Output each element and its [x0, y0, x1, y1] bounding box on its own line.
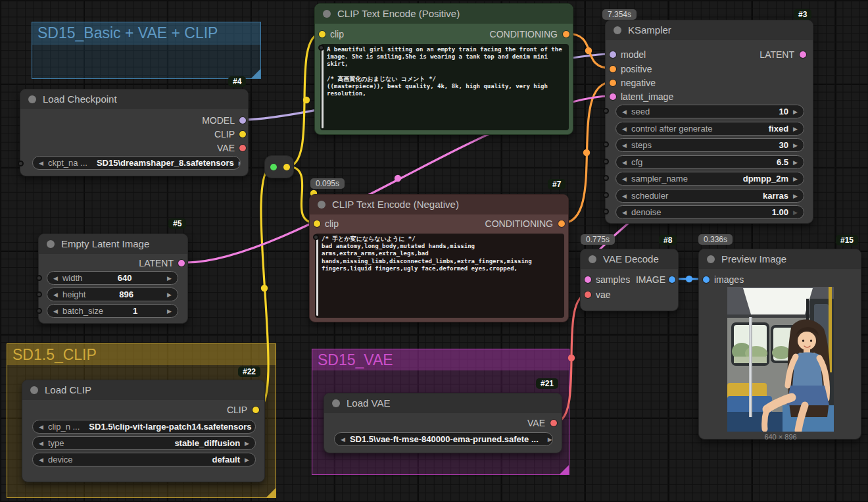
- increment-arrow-icon[interactable]: ▶: [245, 440, 249, 447]
- output-port-conditioning[interactable]: CONDITIONING: [310, 217, 568, 230]
- node-header[interactable]: Load Checkpoint: [20, 89, 248, 109]
- increment-arrow-icon[interactable]: ▶: [548, 436, 552, 443]
- batch-size-widget[interactable]: ◀ batch_size 1 ▶: [47, 304, 178, 318]
- collapse-dot-icon[interactable]: [323, 10, 331, 18]
- node-header[interactable]: CLIP Text Encode (Positive): [315, 4, 573, 24]
- node-load-checkpoint[interactable]: Load Checkpoint MODEL CLIP VAE ◀ ckpt_na…: [20, 89, 249, 176]
- node-ksampler[interactable]: KSampler model positive negative latent_…: [605, 20, 813, 224]
- denoise-widget[interactable]: ◀ denoise 1.00 ▶: [615, 205, 804, 219]
- decrement-arrow-icon[interactable]: ◀: [39, 424, 43, 430]
- output-port-latent[interactable]: LATENT: [39, 257, 187, 270]
- port-dot[interactable]: [563, 31, 569, 38]
- output-port-model[interactable]: MODEL: [20, 114, 248, 127]
- preview-thumbnail[interactable]: [727, 287, 834, 432]
- port-dot[interactable]: [610, 66, 616, 72]
- decrement-arrow-icon[interactable]: ◀: [622, 176, 627, 182]
- widget-input-socket[interactable]: [603, 175, 609, 181]
- collapse-dot-icon[interactable]: [614, 26, 621, 34]
- decrement-arrow-icon[interactable]: ◀: [622, 209, 627, 216]
- node-preview-image[interactable]: Preview Image images: [698, 249, 861, 439]
- port-dot[interactable]: [239, 145, 246, 151]
- input-port-positive[interactable]: positive: [606, 63, 813, 76]
- sampler-name-widget[interactable]: ◀ sampler_name dpmpp_2m ▶: [615, 172, 804, 186]
- increment-arrow-icon[interactable]: ▶: [239, 160, 241, 166]
- increment-arrow-icon[interactable]: ▶: [793, 159, 798, 166]
- input-port-images[interactable]: images: [699, 273, 861, 286]
- output-port-clip[interactable]: CLIP: [20, 128, 248, 141]
- vae-name-widget[interactable]: ◀ SD1.5\vae-ft-mse-840000-ema-pruned.saf…: [334, 432, 553, 446]
- widget-input-socket[interactable]: [318, 45, 324, 51]
- port-dot[interactable]: [610, 93, 616, 100]
- decrement-arrow-icon[interactable]: ◀: [622, 142, 627, 149]
- scheduler-widget[interactable]: ◀ scheduler karras ▶: [615, 189, 804, 203]
- collapse-dot-icon[interactable]: [318, 201, 326, 209]
- port-dot[interactable]: [610, 80, 616, 86]
- increment-arrow-icon[interactable]: ▶: [793, 176, 798, 182]
- widget-input-socket[interactable]: [36, 291, 42, 297]
- decrement-arrow-icon[interactable]: ◀: [341, 436, 345, 443]
- reroute-output-dot[interactable]: [283, 164, 290, 170]
- reroute-node[interactable]: [264, 155, 294, 178]
- port-dot[interactable]: [253, 407, 259, 413]
- decrement-arrow-icon[interactable]: ◀: [53, 308, 58, 314]
- node-header[interactable]: Preview Image: [699, 249, 861, 269]
- steps-widget[interactable]: ◀ steps 30 ▶: [615, 138, 804, 152]
- width-widget[interactable]: ◀ width 640 ▶: [47, 271, 178, 285]
- node-vae-decode[interactable]: VAE Decode samples vae IMAGE: [580, 249, 679, 311]
- widget-input-socket[interactable]: [603, 192, 609, 198]
- increment-arrow-icon[interactable]: ▶: [245, 457, 249, 463]
- increment-arrow-icon[interactable]: ▶: [167, 275, 172, 282]
- increment-arrow-icon[interactable]: ▶: [167, 308, 172, 314]
- port-dot[interactable]: [585, 291, 591, 298]
- ckpt-name-widget[interactable]: ◀ ckpt_na ... SD15\dreamshaper_8.safeten…: [32, 156, 241, 170]
- output-port-conditioning[interactable]: CONDITIONING: [315, 28, 573, 41]
- increment-arrow-icon[interactable]: ▶: [793, 126, 798, 132]
- increment-arrow-icon[interactable]: ▶: [793, 109, 798, 115]
- collapse-dot-icon[interactable]: [47, 240, 55, 248]
- clip-name-widget[interactable]: ◀ clip_n ... SD1.5\clip-vit-large-patch1…: [32, 420, 256, 434]
- node-empty-latent-image[interactable]: Empty Latent Image LATENT ◀ width 640 ▶ …: [38, 234, 188, 324]
- textarea-scrollbar[interactable]: [322, 46, 324, 128]
- collapse-dot-icon[interactable]: [30, 386, 38, 394]
- widget-input-socket[interactable]: [603, 209, 609, 214]
- output-port-image[interactable]: IMAGE: [581, 273, 678, 286]
- port-dot[interactable]: [550, 420, 557, 426]
- output-port-vae[interactable]: VAE: [324, 416, 562, 430]
- input-port-vae[interactable]: vae: [581, 288, 678, 301]
- widget-input-socket[interactable]: [36, 308, 42, 314]
- input-port-negative[interactable]: negative: [606, 76, 813, 89]
- increment-arrow-icon[interactable]: ▶: [167, 291, 172, 298]
- node-header[interactable]: Load CLIP: [22, 380, 264, 400]
- cfg-widget[interactable]: ◀ cfg 6.5 ▶: [615, 155, 804, 169]
- port-dot[interactable]: [558, 220, 565, 227]
- port-dot[interactable]: [703, 276, 710, 283]
- node-clip-text-encode-positive[interactable]: CLIP Text Encode (Positive) clip CONDITI…: [314, 3, 573, 135]
- output-port-latent[interactable]: LATENT: [606, 48, 813, 61]
- decrement-arrow-icon[interactable]: ◀: [53, 275, 58, 282]
- node-clip-text-encode-negative[interactable]: CLIP Text Encode (Negative) clip CONDITI…: [309, 194, 569, 322]
- collapse-dot-icon[interactable]: [707, 255, 715, 263]
- increment-arrow-icon[interactable]: ▶: [793, 193, 798, 199]
- increment-arrow-icon[interactable]: ▶: [793, 142, 798, 149]
- reroute-input-dot[interactable]: [270, 164, 277, 170]
- port-dot[interactable]: [239, 131, 246, 138]
- node-header[interactable]: Load VAE: [324, 393, 562, 413]
- decrement-arrow-icon[interactable]: ◀: [622, 126, 627, 132]
- collapse-dot-icon[interactable]: [589, 255, 596, 263]
- decrement-arrow-icon[interactable]: ◀: [622, 159, 627, 166]
- widget-input-socket[interactable]: [603, 108, 609, 114]
- input-port-latent-image[interactable]: latent_image: [606, 90, 813, 103]
- node-header[interactable]: KSampler: [606, 20, 813, 40]
- output-port-clip[interactable]: CLIP: [22, 403, 264, 416]
- decrement-arrow-icon[interactable]: ◀: [39, 160, 43, 166]
- decrement-arrow-icon[interactable]: ◀: [622, 193, 627, 199]
- type-widget[interactable]: ◀ type stable_diffusion ▶: [32, 436, 256, 450]
- decrement-arrow-icon[interactable]: ◀: [39, 457, 43, 463]
- port-dot[interactable]: [800, 51, 806, 58]
- device-widget[interactable]: ◀ device default ▶: [32, 453, 256, 466]
- control-after-generate-widget[interactable]: ◀ control after generate fixed ▶: [615, 122, 804, 136]
- positive-prompt-textarea[interactable]: A beautiful girl sitting on an empty tra…: [320, 44, 569, 130]
- negative-prompt-textarea[interactable]: /* 手とか変にならないように */ bad anatomy,long_body…: [315, 234, 564, 318]
- port-dot[interactable]: [669, 276, 675, 283]
- collapse-dot-icon[interactable]: [332, 399, 340, 407]
